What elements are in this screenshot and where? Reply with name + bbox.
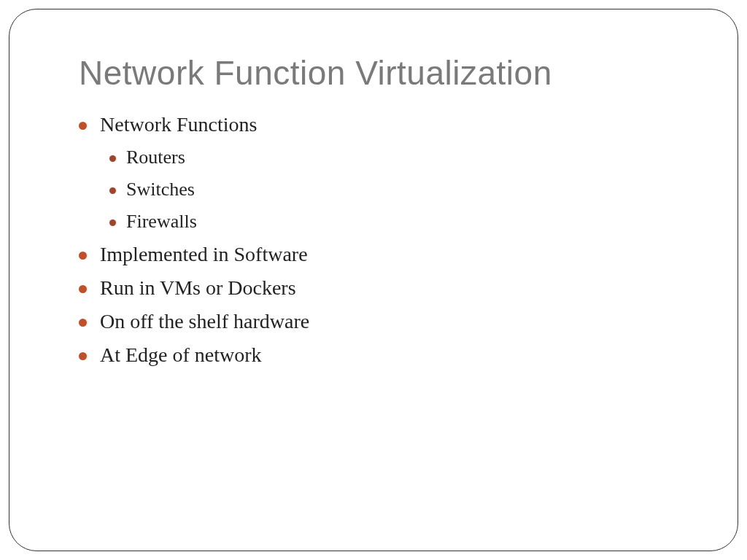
slide-frame: Network Function Virtualization Network … <box>9 9 738 551</box>
list-item: Run in VMs or Dockers <box>79 276 679 300</box>
bullet-icon <box>109 155 116 162</box>
list-item: Network Functions <box>79 113 679 136</box>
bullet-icon <box>109 219 116 226</box>
bullet-text: On off the shelf hardware <box>100 310 309 333</box>
bullet-list: Network Functions Routers Switches Firew… <box>79 113 679 367</box>
list-item: On off the shelf hardware <box>79 310 679 333</box>
list-item: Switches <box>109 179 679 201</box>
bullet-icon <box>109 187 116 194</box>
bullet-icon <box>79 252 87 260</box>
bullet-text: Run in VMs or Dockers <box>100 276 296 300</box>
bullet-text: Implemented in Software <box>100 243 308 266</box>
bullet-icon <box>79 319 87 327</box>
bullet-text: Network Functions <box>100 113 257 136</box>
bullet-icon <box>79 285 87 293</box>
slide-title: Network Function Virtualization <box>79 53 679 93</box>
bullet-text: Switches <box>126 179 195 201</box>
bullet-icon <box>79 352 87 360</box>
list-item: At Edge of network <box>79 343 679 367</box>
list-item: Routers <box>109 147 679 168</box>
bullet-text: Firewalls <box>126 211 197 233</box>
bullet-text: At Edge of network <box>100 343 262 367</box>
list-item: Implemented in Software <box>79 243 679 266</box>
list-item: Firewalls <box>109 211 679 233</box>
bullet-text: Routers <box>126 147 185 168</box>
bullet-icon <box>79 122 87 130</box>
